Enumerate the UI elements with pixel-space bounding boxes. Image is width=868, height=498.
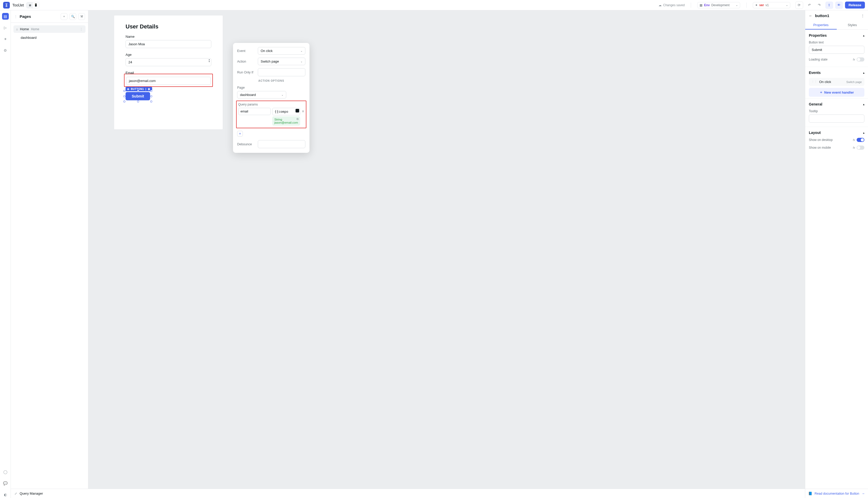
- event-name: On click: [819, 80, 831, 84]
- runonlyif-input[interactable]: [258, 68, 306, 76]
- mobile-icon[interactable]: 📱: [33, 2, 39, 8]
- action-select[interactable]: Switch page ⌄: [258, 58, 306, 65]
- submit-button[interactable]: Submit: [125, 92, 150, 100]
- selected-component[interactable]: ⊕ BUTTON1 | 🗑 Submit: [125, 92, 150, 100]
- search-page-button[interactable]: 🔍: [69, 13, 76, 20]
- release-button[interactable]: Release: [845, 2, 865, 9]
- copy-icon[interactable]: ⧉: [297, 117, 299, 121]
- remove-param-button[interactable]: x: [302, 108, 304, 115]
- chevron-down-icon: ⌄: [786, 4, 788, 6]
- show-mobile-toggle[interactable]: [857, 146, 864, 150]
- target-icon: ⊕: [127, 88, 130, 91]
- show-desktop-toggle[interactable]: [857, 138, 864, 142]
- chevron-down-icon: ⌄: [736, 4, 738, 6]
- fx-icon[interactable]: fx: [853, 58, 855, 61]
- home-icon: ⌂: [16, 27, 18, 31]
- fx-code-icon[interactable]: [296, 109, 299, 113]
- page-field-label: Page: [237, 86, 255, 90]
- rail-theme-icon[interactable]: ◐: [2, 491, 9, 498]
- add-page-button[interactable]: ＋: [61, 13, 67, 20]
- age-input[interactable]: [125, 58, 211, 66]
- documentation-label: Read documentation for Button: [815, 492, 859, 495]
- loading-state-toggle[interactable]: [857, 57, 864, 62]
- debounce-input[interactable]: [258, 140, 306, 148]
- rail-help-icon[interactable]: ◯: [2, 469, 9, 475]
- page-handle: Home: [31, 27, 39, 31]
- arrow-right-icon: →: [862, 492, 865, 495]
- code-hint-tooltip: ⧉ String jason@email.com: [272, 116, 300, 126]
- desktop-icon[interactable]: 🖥: [27, 2, 33, 8]
- add-param-button[interactable]: ＋: [237, 131, 243, 136]
- rail-comment-icon[interactable]: 💬: [2, 480, 9, 487]
- refresh-button[interactable]: ⟳: [796, 2, 803, 9]
- action-field-label: Action: [237, 60, 255, 63]
- documentation-link[interactable]: 📘 Read documentation for Button →: [805, 489, 868, 498]
- query-manager-bar[interactable]: ⤢ Query Manager: [11, 489, 805, 498]
- page-item-home[interactable]: ⌂ Home Home ⋮: [13, 25, 85, 33]
- fx-icon[interactable]: fx: [853, 146, 855, 149]
- selection-chip[interactable]: ⊕ BUTTON1 | 🗑: [125, 87, 152, 91]
- share-button[interactable]: ⇪: [825, 2, 833, 9]
- rail-settings-icon[interactable]: ⚙: [2, 47, 9, 54]
- rail-pages-icon[interactable]: ▤: [2, 13, 9, 19]
- button-text-input[interactable]: [809, 46, 864, 54]
- page-select-value: dashboard: [240, 93, 256, 97]
- event-action: Switch page: [846, 80, 862, 83]
- page-settings-button[interactable]: ⚒: [78, 13, 85, 20]
- preview-button[interactable]: 👁: [835, 2, 843, 9]
- action-select-value: Switch page: [261, 60, 279, 63]
- page-more-icon[interactable]: ⋮: [80, 27, 83, 31]
- fx-icon[interactable]: fx: [853, 138, 855, 142]
- more-menu-icon[interactable]: ⋮: [861, 14, 864, 17]
- event-select[interactable]: On click ⌄: [258, 47, 306, 55]
- event-handler-row[interactable]: ⋮⋮ On click Switch page: [809, 78, 864, 86]
- new-event-handler-button[interactable]: ＋ New event handler: [809, 88, 864, 97]
- number-stepper[interactable]: ▲▼: [208, 59, 210, 63]
- tab-properties[interactable]: Properties: [805, 21, 837, 29]
- undo-button[interactable]: ↶: [806, 2, 813, 9]
- env-selector[interactable]: ▦ Env Development ⌄: [697, 2, 740, 8]
- drag-handle-icon[interactable]: ⋮⋮: [811, 80, 817, 83]
- section-events-title: Events: [809, 70, 821, 75]
- tooltip-input[interactable]: [809, 115, 864, 122]
- collapse-icon[interactable]: ▴: [863, 103, 864, 106]
- divider: [746, 3, 747, 8]
- expand-icon[interactable]: ⤢: [14, 492, 17, 495]
- ver-value: v1: [765, 3, 769, 7]
- page-label: dashboard: [21, 36, 37, 40]
- email-highlight-annotation: [124, 74, 213, 87]
- tab-styles[interactable]: Styles: [837, 21, 868, 29]
- event-select-value: On click: [261, 49, 273, 53]
- page-label: Home: [20, 27, 29, 31]
- tooltip-label: Tooltip: [809, 109, 864, 113]
- param-key-input[interactable]: [238, 108, 271, 115]
- ver-tag: ver: [759, 3, 764, 7]
- left-rail: ▤ ▷ ✶ ⚙ ◯ 💬 ◐: [0, 10, 11, 498]
- env-tag: Env: [704, 3, 710, 7]
- email-input[interactable]: [126, 77, 211, 85]
- page-select[interactable]: dashboard ⌄: [237, 91, 286, 99]
- drag-handle-icon[interactable]: ⋮: [14, 14, 17, 18]
- version-selector[interactable]: ✦ ver v1 ⌄: [753, 2, 790, 8]
- collapse-icon[interactable]: ▴: [863, 34, 864, 37]
- collapse-icon[interactable]: ▴: [863, 71, 864, 74]
- page-item-dashboard[interactable]: dashboard: [13, 34, 85, 41]
- collapse-icon[interactable]: ▴: [863, 131, 864, 134]
- rail-debug-icon[interactable]: ✶: [2, 36, 9, 42]
- canvas-area[interactable]: User Details Name Age ▲▼ Email: [89, 10, 805, 498]
- app-canvas: User Details Name Age ▲▼ Email: [114, 15, 223, 129]
- component-name[interactable]: button1: [815, 13, 858, 18]
- runonlyif-label: Run Only If: [237, 70, 255, 74]
- changes-saved-status: ☁ Changes saved: [659, 3, 684, 7]
- device-toggle[interactable]: 🖥 📱: [26, 2, 39, 8]
- rail-inspect-icon[interactable]: ▷: [2, 24, 9, 31]
- env-icon: ▦: [700, 3, 702, 7]
- form-heading: User Details: [125, 23, 211, 30]
- name-input[interactable]: [125, 40, 211, 48]
- redo-button[interactable]: ↷: [816, 2, 823, 9]
- query-params-label: Query params: [238, 103, 304, 106]
- back-button[interactable]: ←: [809, 14, 812, 18]
- chevron-down-icon: ⌄: [300, 60, 302, 63]
- env-value: Development: [711, 3, 730, 7]
- trash-icon[interactable]: 🗑: [148, 88, 151, 91]
